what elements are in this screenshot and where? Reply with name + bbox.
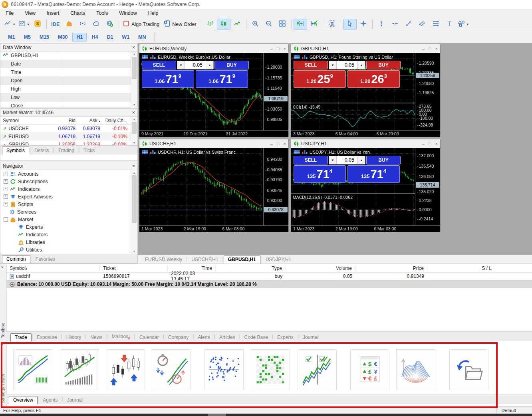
time-scale[interactable]: 1 Mar 20232 Mar 19:006 Mar 03:00 bbox=[139, 225, 288, 232]
close-icon[interactable]: × bbox=[132, 110, 135, 115]
chart-window-eurusd[interactable]: EURUSD,Weekly–□×1.200301.157851.115401.0… bbox=[139, 44, 289, 137]
shapes-button[interactable]: ▾ bbox=[456, 19, 470, 30]
chart-tab-usdjpy[interactable]: USDJPY,H1 bbox=[262, 256, 295, 263]
chart-window-titlebar[interactable]: EURUSD,Weekly–□× bbox=[139, 44, 288, 53]
vline-button[interactable] bbox=[375, 19, 388, 30]
tab-ticks[interactable]: Ticks bbox=[79, 147, 99, 155]
toolbox-tab-journal[interactable]: Journal bbox=[299, 334, 322, 341]
menu-tools[interactable]: Tools bbox=[91, 10, 113, 17]
col-volume[interactable]: Volume bbox=[286, 264, 355, 272]
chart-mode-icon[interactable] bbox=[302, 54, 308, 59]
line-chart-button[interactable] bbox=[230, 19, 244, 30]
maximize-icon[interactable]: □ bbox=[429, 141, 431, 146]
expand-icon[interactable]: + bbox=[4, 179, 8, 184]
volume-up-icon[interactable]: ▲ bbox=[206, 61, 213, 69]
chart-line-button[interactable]: ▾ bbox=[2, 19, 17, 30]
tf-m30[interactable]: M30 bbox=[54, 33, 71, 42]
sell-button[interactable]: SELL bbox=[294, 156, 328, 164]
text-tool-button[interactable]: T bbox=[443, 19, 456, 30]
candles-chart-button[interactable] bbox=[217, 19, 230, 30]
status-profile[interactable]: Default bbox=[496, 407, 532, 414]
expand-icon[interactable]: + bbox=[4, 194, 8, 199]
toolbox-tab-exposure[interactable]: Exposure bbox=[33, 334, 61, 341]
new-order-button[interactable]: New Order bbox=[162, 19, 199, 30]
tab-symbols[interactable]: Symbols bbox=[2, 147, 29, 155]
col-price[interactable]: Price bbox=[355, 264, 427, 272]
price-scale[interactable]: 137.000136.540136.080135.0200.22380.0000… bbox=[415, 148, 440, 225]
zoom-in-button[interactable] bbox=[248, 19, 262, 30]
volume-down-icon[interactable]: ▼ bbox=[329, 156, 337, 164]
close-icon[interactable]: × bbox=[132, 163, 135, 169]
tester-tile-report-chart[interactable] bbox=[13, 349, 52, 390]
trade-table-row[interactable]: usdchf15868908172023.02.03 13:45:17buy0.… bbox=[6, 272, 532, 280]
close-icon[interactable]: × bbox=[435, 46, 438, 51]
time-scale[interactable]: 3 Mar 20236 Mar 04:006 Mar 20:00 bbox=[291, 130, 440, 137]
shift-end-button[interactable] bbox=[294, 19, 307, 30]
chart-mode-icon[interactable] bbox=[150, 54, 156, 59]
tester-tile-speed-test[interactable] bbox=[152, 349, 191, 390]
menu-charts[interactable]: Charts bbox=[65, 10, 91, 17]
algo-trading-button[interactable]: Algo Trading bbox=[121, 19, 162, 30]
close-icon[interactable]: × bbox=[284, 141, 286, 146]
tester-tile-optimization-surface[interactable] bbox=[396, 349, 435, 390]
menu-file[interactable]: File bbox=[0, 10, 19, 17]
tf-mn[interactable]: MN bbox=[134, 33, 150, 42]
volume-stepper[interactable]: ▼ 0.05 ▲ bbox=[329, 61, 365, 69]
tester-tab-journal[interactable]: Journal bbox=[63, 396, 87, 404]
cursor-button[interactable] bbox=[343, 19, 357, 30]
close-icon[interactable]: × bbox=[435, 141, 438, 146]
tab-trading[interactable]: Trading bbox=[54, 147, 78, 155]
toolbox-tab-mailbox[interactable]: Mailbox8 bbox=[107, 333, 134, 341]
chart-window-usdjpy[interactable]: USDJPY,H1–□×MACD(12,26,9) -0.0371 -0.006… bbox=[291, 139, 441, 232]
market-bag-button[interactable] bbox=[62, 19, 76, 30]
price-scale[interactable]: 1.205901.203351.200801.19825273.65100.00… bbox=[415, 53, 440, 130]
bars-chart-button[interactable] bbox=[203, 19, 217, 30]
toolbox-tab-experts[interactable]: Experts bbox=[273, 334, 298, 341]
expand-icon[interactable]: + bbox=[4, 202, 8, 206]
navigator-item-accounts[interactable]: +Accounts bbox=[0, 170, 137, 178]
trendline-button[interactable] bbox=[402, 19, 415, 30]
buy-button[interactable]: BUY bbox=[366, 156, 401, 164]
quotes-table-icon[interactable] bbox=[294, 54, 300, 59]
time-scale[interactable]: 9 May 202119 Dec 202131 Jul 2022 bbox=[139, 130, 288, 137]
crosshair-button[interactable] bbox=[357, 19, 370, 30]
navigator-item-expert-advisors[interactable]: +Expert Advisors bbox=[0, 193, 137, 200]
signals-button[interactable] bbox=[76, 19, 89, 30]
shift-begin-button[interactable] bbox=[307, 19, 321, 30]
tab-common[interactable]: Common bbox=[2, 255, 30, 263]
col-bid[interactable]: Bid bbox=[49, 118, 75, 123]
menu-insert[interactable]: Insert bbox=[41, 10, 65, 17]
chart-body[interactable]: MACD(12,26,9) -0.0371 -0.0062137.000136.… bbox=[291, 148, 440, 232]
expand-icon[interactable]: + bbox=[4, 172, 8, 176]
col-ticket[interactable]: Ticket bbox=[100, 264, 168, 272]
scrollbar[interactable]: ▴▾ bbox=[131, 170, 137, 254]
chart-tab-usdchf[interactable]: USDCHF,H1 bbox=[187, 256, 222, 263]
quotes-table-icon[interactable] bbox=[294, 149, 300, 155]
volume-up-icon[interactable]: ▲ bbox=[357, 61, 365, 69]
navigator-item-indicators[interactable]: +Indicators bbox=[0, 185, 137, 193]
close-icon[interactable]: × bbox=[1, 265, 4, 269]
tf-w1[interactable]: W1 bbox=[118, 33, 133, 42]
toolbox-tab-company[interactable]: Company bbox=[164, 334, 193, 341]
col-ask[interactable]: Ask ▴ bbox=[75, 118, 100, 123]
col-change[interactable]: Daily Ch... bbox=[100, 118, 127, 123]
tab-favorites[interactable]: Favorites bbox=[32, 256, 59, 263]
navigator-item-market[interactable]: -Market bbox=[0, 216, 137, 223]
chart-window-titlebar[interactable]: USDJPY,H1–□× bbox=[291, 139, 440, 148]
market-watch-header[interactable]: Market Watch: 10:45:46 × bbox=[0, 109, 137, 117]
toolbox-tab-trade[interactable]: Trade bbox=[10, 333, 32, 341]
minimize-icon[interactable]: – bbox=[270, 46, 273, 51]
chart-window-titlebar[interactable]: GBPUSD,H1–□× bbox=[291, 44, 440, 53]
scrollbar[interactable]: ▴▾ bbox=[131, 52, 137, 107]
col-type[interactable]: Type bbox=[216, 264, 286, 272]
camera-button[interactable] bbox=[325, 19, 339, 30]
channel-button[interactable] bbox=[415, 19, 429, 30]
tf-m5[interactable]: M5 bbox=[20, 33, 34, 42]
price-scale[interactable]: 0.942800.940350.937900.935450.933000.930… bbox=[263, 148, 288, 225]
maximize-icon[interactable]: □ bbox=[277, 141, 280, 146]
scrollbar[interactable]: ▴▾ bbox=[131, 117, 137, 145]
data-window-symbol-row[interactable]: GBPUSD,H1 bbox=[0, 52, 137, 60]
toolbox-tab-code-base[interactable]: Code Base bbox=[240, 334, 272, 341]
toolbox-tab-alerts[interactable]: Alerts bbox=[194, 334, 214, 341]
close-icon[interactable]: × bbox=[132, 45, 135, 50]
